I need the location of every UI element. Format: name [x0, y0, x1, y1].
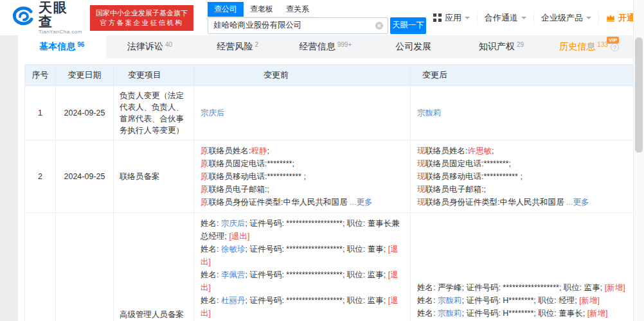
tab-count: 999+ [337, 41, 352, 48]
search-tab-company[interactable]: 查公司 [208, 2, 244, 17]
entity-link[interactable]: 宗庆后 [201, 108, 225, 117]
entity-link[interactable]: 宗庆后 [221, 219, 246, 228]
cell-change-after: 现联络员姓名:许思敏;现联络员固定电话:********;现联络员移动电话:**… [411, 141, 634, 213]
tab-intellectual-property[interactable]: 知识产权29 [458, 35, 546, 58]
more-link[interactable]: 更多 [356, 198, 372, 207]
brand-domain: TianYanCha.com [39, 29, 82, 35]
text-segment: 姓名: [417, 296, 438, 305]
text-segment: 联络员电子邮箱:; [425, 185, 486, 194]
entity-link[interactable]: 李佩营 [221, 270, 246, 279]
help-icon[interactable]: ? [611, 43, 619, 51]
cell-change-date: 2024-09-25 [56, 86, 114, 141]
change-line: 原联络员电子邮箱:; [201, 183, 404, 196]
text-segment: ; [267, 146, 269, 155]
col-header-4: 变更后 [411, 65, 634, 86]
tab-business-risk[interactable]: 经营风险2 [193, 35, 282, 58]
tab-basic-info[interactable]: 基本信息96 [18, 35, 106, 58]
tab-company-development[interactable]: 公司发展 [370, 35, 458, 58]
text-segment: 现 [417, 159, 425, 168]
cell-change-after: 宗馥莉 [411, 86, 634, 141]
text-segment: ... [347, 198, 356, 207]
clear-icon[interactable] [375, 21, 384, 30]
nav-item-label: 应用 [445, 12, 461, 24]
text-segment: 联络员姓名: [209, 146, 251, 155]
change-line: 现联络员姓名:许思敏; [417, 144, 627, 157]
text-segment: 联络员电子邮箱:; [209, 185, 269, 194]
entity-link[interactable]: 徐敏珍 [221, 245, 246, 254]
text-segment: ; 证件号码: ******************; 职位: 董事; [245, 245, 388, 254]
text-segment: 联络员姓名: [425, 146, 468, 155]
search-area: 查公司查老板查关系 天眼一下 [208, 2, 426, 34]
text-segment: ; 证件号码: H********; 职位: 董事长; [461, 309, 587, 318]
entity-link[interactable]: 宗馥莉 [438, 296, 462, 305]
cell-change-date: 2024-09-25 [56, 213, 114, 321]
entity-link[interactable]: 杜丽丹 [221, 296, 246, 305]
tab-count: 40 [165, 41, 172, 48]
col-header-2: 变更项目 [114, 65, 194, 86]
nav-partner-channel[interactable]: 合作通道 [477, 12, 533, 24]
grid-icon [433, 13, 442, 22]
top-nav: 应用合作通道企业级产品开通会员此处... [426, 12, 644, 24]
company-tab-bar: 基本信息96法律诉讼40经营风险2经营信息999+公司发展知识产权29历史信息1… [18, 35, 633, 58]
cell-change-item: 联络员备案 [114, 141, 194, 213]
text-segment: 许思敏 [467, 146, 492, 155]
col-header-0: 序号 [25, 65, 56, 86]
text-segment: 姓名: [201, 219, 221, 228]
text-segment: 姓名: 严学峰; 证件号码: ******************; 职位: 监… [417, 283, 605, 292]
tab-label: 历史信息 [559, 41, 595, 53]
change-line: 姓名: 李佩营; 证件号码: ******************; 职位: 监… [201, 268, 404, 294]
cell-change-date: 2024-09-25 [56, 141, 114, 213]
gov-badge-line2: 官方备案企业征信机构 [96, 18, 188, 28]
text-segment: ; [492, 146, 494, 155]
text-segment: 联络员固定电话:********; [209, 159, 294, 168]
tab-legal-proceedings[interactable]: 法律诉讼40 [106, 35, 194, 58]
text-segment: ; 证件号码: H********; 职位: 经理; [461, 296, 579, 305]
entity-link[interactable]: 宗馥莉 [417, 108, 442, 117]
text-segment: [新增] [587, 309, 608, 318]
text-segment: 原 [201, 146, 209, 155]
vertical-scrollbar[interactable] [633, 0, 644, 321]
tab-business-info[interactable]: 经营信息999+ [282, 35, 370, 58]
cell-index: 1 [25, 86, 56, 141]
search-button[interactable]: 天眼一下 [390, 17, 426, 34]
cell-index: 2 [25, 141, 56, 213]
text-segment: 原 [201, 159, 209, 168]
tab-label: 公司发展 [395, 41, 431, 53]
change-line: 姓名: 宗馥莉; 证件号码: H********; 职位: 董事长; [新增] [417, 307, 627, 320]
nav-enterprise-products[interactable]: 企业级产品 [533, 12, 598, 24]
nav-apps[interactable]: 应用 [426, 12, 477, 24]
text-segment: 联络员固定电话:********; [425, 159, 511, 168]
search-tab-relation[interactable]: 查关系 [280, 2, 316, 17]
change-table: 序号变更日期变更项目变更前变更后12024-09-25负责人变更（法定代表人、负… [24, 64, 634, 321]
text-segment: ; 证件号码: ******************; 职位: 监事; [245, 270, 388, 279]
tab-label: 经营风险 [217, 41, 253, 53]
cell-change-item: 高级管理人员备案（董事、监事、经理等） [114, 213, 194, 321]
change-line: 宗庆后 [201, 107, 404, 119]
tianyancha-logo[interactable]: 天眼查 TianYanCha.com [12, 1, 82, 35]
gov-certification-badge: 国家中小企业发展子基金旗下 官方备案企业征信机构 [90, 5, 193, 31]
more-link[interactable]: 更多 [573, 198, 589, 207]
brand-name: 天眼查 [39, 1, 82, 29]
gov-badge-line1: 国家中小企业发展子基金旗下 [96, 8, 188, 18]
change-line: 现联络员移动电话:*********** ; [417, 170, 627, 183]
text-segment: 姓名: [201, 270, 221, 279]
cell-change-after: 姓名: 严学峰; 证件号码: ******************; 职位: 监… [411, 213, 634, 321]
scrollbar-thumb[interactable] [635, 37, 643, 153]
text-segment: 现 [417, 198, 425, 207]
search-tab-boss[interactable]: 查老板 [244, 2, 280, 17]
tab-history-info[interactable]: 历史信息133VIP? [545, 35, 633, 58]
change-line: 姓名: 杜丽丹; 证件号码: ******************; 职位: 监… [201, 294, 404, 320]
tab-label: 知识产权 [479, 41, 515, 53]
change-line: 原联络员固定电话:********; [201, 157, 404, 170]
cell-change-before: 姓名: 宗庆后; 证件号码: ******************; 职位: 董… [194, 213, 411, 321]
change-line: 原联络员移动电话:*********** ; [201, 170, 404, 183]
search-input[interactable] [208, 17, 388, 34]
text-segment: 姓名: [417, 309, 438, 318]
entity-link[interactable]: 宗馥莉 [438, 309, 462, 318]
text-segment: 姓名: [201, 245, 221, 254]
text-segment: 现 [417, 172, 425, 181]
vip-badge: VIP [607, 37, 619, 44]
cell-change-before: 宗庆后 [194, 86, 411, 141]
chevron-down-icon [465, 17, 470, 22]
text-segment: 联络员身份证件类型:中华人民共和国居 [209, 198, 348, 207]
